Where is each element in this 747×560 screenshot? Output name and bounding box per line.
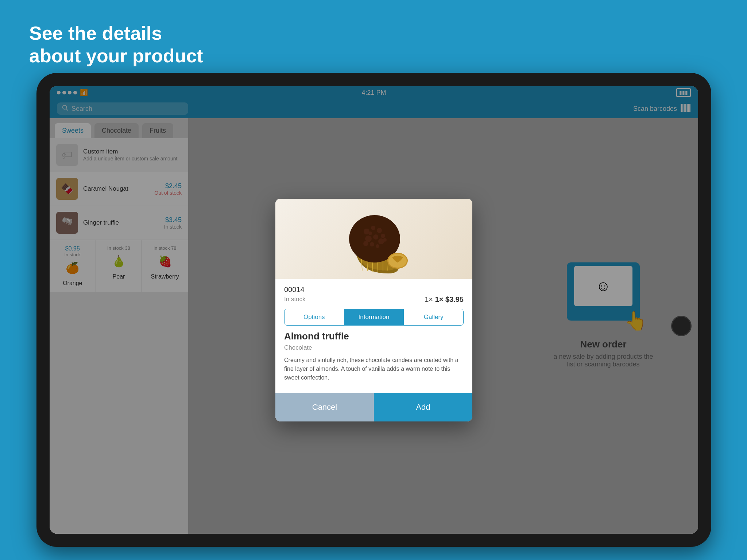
svg-point-18 <box>377 228 382 233</box>
modal-overlay: 00014 In stock 1× 1× $3.95 Options <box>50 86 698 534</box>
modal-sku: 00014 <box>284 285 464 294</box>
modal-description: Creamy and sinfully rich, these chocolat… <box>284 356 464 382</box>
svg-point-19 <box>381 234 385 238</box>
modal-product-title: Almond truffle <box>284 331 464 342</box>
modal-qty-price: 1× 1× $3.95 <box>425 295 464 304</box>
cancel-button[interactable]: Cancel <box>275 393 374 421</box>
svg-point-24 <box>370 242 374 246</box>
svg-point-25 <box>376 244 379 248</box>
page-header: See the details about your product <box>29 22 203 67</box>
product-modal: 00014 In stock 1× 1× $3.95 Options <box>275 199 472 421</box>
tab-gallery[interactable]: Gallery <box>404 309 463 325</box>
svg-point-27 <box>383 238 387 242</box>
truffle-svg <box>330 201 418 277</box>
ipad-frame: 📶 4:21 PM ▮▮▮ Search Scan b <box>36 73 711 547</box>
modal-buttons: Cancel Add <box>275 393 472 421</box>
modal-category: Chocolate <box>284 344 464 351</box>
modal-product-info: 00014 In stock 1× 1× $3.95 <box>275 279 472 304</box>
modal-tabs: Options Information Gallery <box>284 309 464 326</box>
modal-content-area: Almond truffle Chocolate Creamy and sinf… <box>275 331 472 389</box>
add-button[interactable]: Add <box>374 393 472 421</box>
ipad-screen: 📶 4:21 PM ▮▮▮ Search Scan b <box>50 86 698 534</box>
svg-point-21 <box>373 234 378 240</box>
header-line1: See the details <box>29 22 203 44</box>
tab-options[interactable]: Options <box>285 309 344 325</box>
svg-point-17 <box>371 226 375 230</box>
modal-stock-label: In stock <box>284 296 306 303</box>
svg-point-26 <box>368 232 372 235</box>
header-line2: about your product <box>29 44 203 67</box>
main-content: Sweets Chocolate Fruits <box>50 118 698 534</box>
tab-information[interactable]: Information <box>344 309 404 325</box>
modal-stock-row: In stock 1× 1× $3.95 <box>284 295 464 304</box>
svg-point-23 <box>363 241 368 246</box>
modal-image <box>275 199 472 279</box>
